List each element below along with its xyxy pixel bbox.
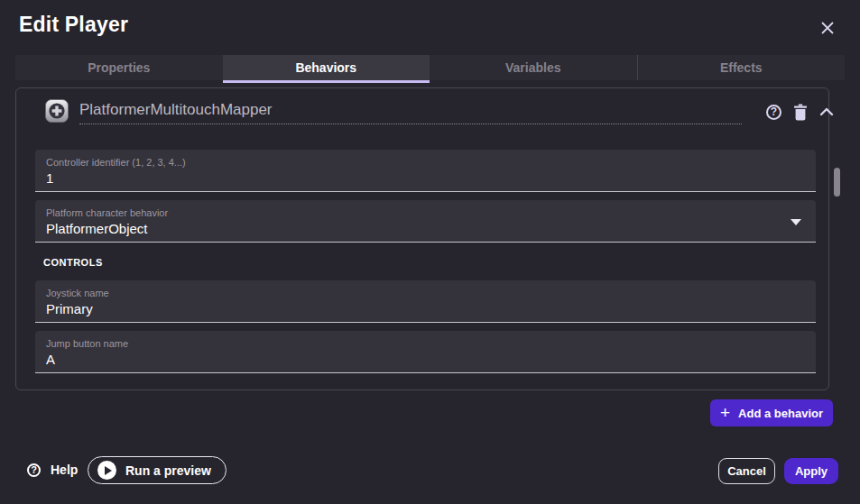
tab-behaviors[interactable]: Behaviors [223, 55, 430, 80]
platform-character-behavior-select[interactable]: Platform character behavior PlatformerOb… [35, 200, 816, 243]
field-label: Controller identifier (1, 2, 3, 4...) [46, 156, 805, 169]
dropdown-arrow-icon [791, 219, 801, 225]
plus-icon: + [720, 404, 730, 421]
apply-button[interactable]: Apply [784, 458, 838, 484]
add-behavior-button[interactable]: + Add a behavior [710, 399, 833, 426]
field-label: Jump button name [46, 337, 805, 350]
play-icon [97, 461, 116, 480]
field-label: Joystick name [46, 287, 805, 299]
chevron-up-icon[interactable] [819, 107, 834, 116]
joystick-name-field[interactable]: Joystick name [35, 280, 816, 323]
tab-effects[interactable]: Effects [637, 55, 846, 80]
close-icon[interactable] [817, 17, 838, 39]
help-icon: ? [27, 463, 41, 477]
edit-player-dialog: Edit Player Properties Behaviors Variabl… [0, 0, 860, 504]
behavior-name: PlatformerMultitouchMapper [79, 101, 273, 118]
behaviors-panel: PlatformerMultitouchMapper ? Controller … [15, 87, 829, 390]
behavior-name-field[interactable]: PlatformerMultitouchMapper [79, 101, 742, 124]
select-value: PlatformerObject [46, 219, 805, 236]
trash-icon[interactable] [793, 104, 808, 121]
behavior-header-actions: ? [747, 100, 834, 124]
jump-button-name-input[interactable] [46, 350, 805, 367]
joystick-name-input[interactable] [46, 299, 805, 316]
tab-properties[interactable]: Properties [15, 55, 223, 80]
run-preview-button[interactable]: Run a preview [88, 456, 227, 484]
help-button[interactable]: ? Help [27, 463, 78, 477]
cancel-button[interactable]: Cancel [718, 458, 775, 484]
tab-variables[interactable]: Variables [430, 55, 637, 80]
controller-identifier-input[interactable] [46, 169, 805, 186]
scrollbar-thumb[interactable] [834, 168, 840, 197]
gamepad-icon [45, 99, 69, 123]
tab-bar: Properties Behaviors Variables Effects [15, 55, 845, 80]
controls-section-header: CONTROLS [43, 257, 103, 268]
jump-button-name-field[interactable]: Jump button name [35, 331, 816, 373]
controller-identifier-field[interactable]: Controller identifier (1, 2, 3, 4...) [35, 150, 816, 192]
help-icon[interactable]: ? [766, 105, 781, 120]
field-label: Platform character behavior [46, 206, 805, 219]
page-title: Edit Player [19, 13, 128, 37]
